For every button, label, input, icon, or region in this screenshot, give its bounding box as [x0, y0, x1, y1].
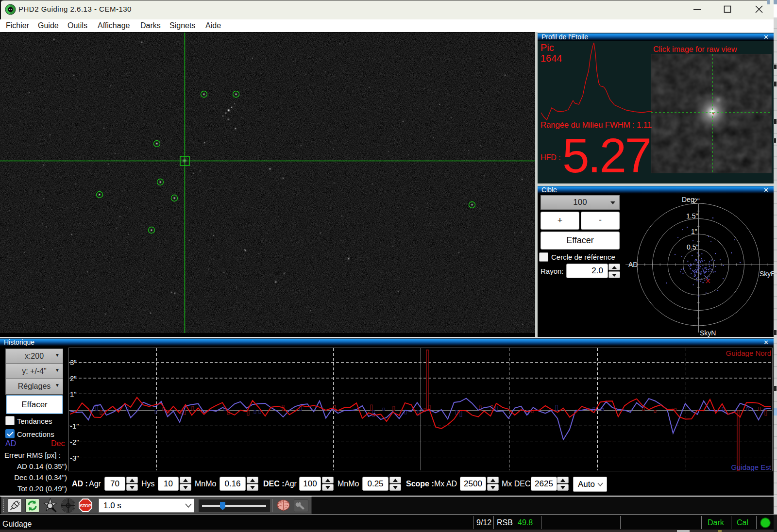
svg-text:1.5": 1.5" [686, 212, 698, 220]
svg-text:AD: AD [628, 261, 638, 268]
svg-text:1": 1" [691, 228, 697, 235]
svg-text:Deg: Deg [682, 196, 694, 203]
svg-text:3": 3" [70, 358, 77, 366]
svg-text:1": 1" [70, 390, 77, 398]
svg-text:Guidage Est: Guidage Est [731, 463, 771, 471]
svg-text:0.5": 0.5" [687, 243, 698, 251]
svg-text:SkyN: SkyN [700, 329, 716, 337]
svg-text:Guidage Nord: Guidage Nord [726, 349, 771, 357]
svg-text:STOP: STOP [80, 503, 92, 508]
svg-text:-1": -1" [70, 422, 79, 430]
svg-text:-2": -2" [70, 438, 79, 446]
svg-text:2": 2" [70, 374, 77, 382]
svg-text:SkyE: SkyE [760, 270, 774, 278]
svg-text:2": 2" [693, 197, 700, 205]
svg-text:-3": -3" [70, 454, 79, 462]
